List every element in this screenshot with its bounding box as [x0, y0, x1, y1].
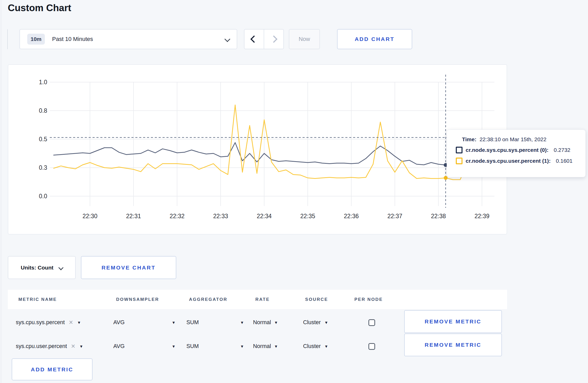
chevron-down-icon [225, 36, 230, 42]
svg-text:22:36: 22:36 [344, 213, 359, 219]
svg-text:22:39: 22:39 [474, 213, 489, 219]
svg-text:22:33: 22:33 [213, 213, 228, 219]
add-metric-button[interactable]: ADD METRIC [12, 358, 93, 380]
now-button[interactable]: Now [289, 29, 320, 49]
per-node-checkbox[interactable] [368, 343, 375, 350]
col-rate: RATE [255, 297, 270, 302]
aggregator-value: SUM [186, 319, 199, 326]
svg-text:22:38: 22:38 [431, 213, 446, 219]
svg-text:22:31: 22:31 [126, 213, 141, 219]
time-nav-arrows [244, 29, 284, 49]
aggregator-value: SUM [186, 343, 199, 350]
metrics-table-header: METRIC NAME DOWNSAMPLER AGGREGATOR RATE … [8, 290, 507, 309]
downsampler-value: AVG [113, 319, 125, 326]
next-time-button[interactable] [264, 30, 283, 49]
time-range-label: Past 10 Minutes [52, 36, 93, 42]
aggregator-select[interactable]: SUM ▼ [186, 311, 244, 334]
caret-down-icon: ▼ [274, 344, 278, 349]
downsampler-select[interactable]: AVG ▼ [113, 335, 176, 358]
svg-text:22:30: 22:30 [82, 213, 97, 219]
remove-metric-button[interactable]: REMOVE METRIC [404, 334, 502, 356]
add-chart-button[interactable]: ADD CHART [337, 29, 412, 49]
col-source: SOURCE [305, 297, 328, 302]
source-select[interactable]: Cluster ▼ [303, 335, 328, 358]
chevron-right-icon [270, 36, 277, 43]
series-sys-legend-icon [456, 147, 463, 153]
chevron-down-icon [58, 265, 64, 270]
metric-dropdown-caret-icon[interactable]: ▼ [77, 320, 81, 325]
toolbar-divider [7, 29, 8, 49]
tooltip-time-value: 22:38:10 on Mar 15th, 2022 [480, 136, 547, 143]
clear-metric-icon[interactable]: × [71, 343, 75, 350]
col-aggregator: AGGREGATOR [189, 297, 227, 302]
tooltip-series-sys-label: cr.node.sys.cpu.sys.percent (0): [466, 147, 549, 153]
source-select[interactable]: Cluster ▼ [303, 311, 328, 334]
remove-metric-button[interactable]: REMOVE METRIC [404, 310, 502, 333]
aggregator-select[interactable]: SUM ▼ [186, 335, 244, 358]
chart-panel: 0.00.30.50.81.022:3022:3122:3222:3322:34… [8, 64, 507, 235]
source-value: Cluster [303, 343, 321, 350]
clear-metric-icon[interactable]: × [69, 319, 73, 326]
col-downsampler: DOWNSAMPLER [116, 297, 159, 302]
per-node-checkbox[interactable] [368, 319, 375, 326]
col-metric-name: METRIC NAME [18, 297, 57, 302]
metric-name: sys.cpu.user.percent [16, 343, 67, 350]
units-label: Units: Count [21, 265, 53, 271]
time-range-badge: 10m [27, 34, 45, 45]
svg-text:0.5: 0.5 [39, 136, 47, 143]
remove-chart-button[interactable]: REMOVE CHART [81, 256, 176, 279]
tooltip-series-user-value: 0.1601 [556, 158, 572, 164]
col-per-node: PER NODE [354, 297, 383, 302]
svg-text:22:37: 22:37 [387, 213, 402, 219]
caret-down-icon: ▼ [324, 344, 328, 349]
chart-tooltip: Time: 22:38:10 on Mar 15th, 2022 cr.node… [447, 130, 586, 177]
time-range-select[interactable]: 10m Past 10 Minutes [19, 29, 237, 49]
units-select[interactable]: Units: Count [8, 256, 76, 279]
svg-text:0.0: 0.0 [39, 193, 47, 200]
metric-dropdown-caret-icon[interactable]: ▼ [79, 344, 83, 349]
page-left-border [1, 0, 1, 383]
series-user-legend-icon [456, 158, 463, 164]
tooltip-time-label: Time: [462, 136, 477, 143]
rate-value: Normal [253, 343, 271, 350]
downsampler-select[interactable]: AVG ▼ [113, 311, 176, 334]
rate-value: Normal [253, 319, 271, 326]
tooltip-series-sys-value: 0.2732 [554, 147, 570, 153]
caret-down-icon: ▼ [240, 320, 244, 325]
svg-text:22:35: 22:35 [300, 213, 315, 219]
metric-name: sys.cpu.sys.percent [16, 319, 65, 326]
timeseries-chart[interactable]: 0.00.30.50.81.022:3022:3122:3222:3322:34… [8, 65, 507, 234]
source-value: Cluster [303, 319, 321, 326]
rate-select[interactable]: Normal ▼ [253, 311, 278, 334]
caret-down-icon: ▼ [240, 344, 244, 349]
caret-down-icon: ▼ [172, 320, 176, 325]
svg-text:22:34: 22:34 [257, 213, 272, 219]
rate-select[interactable]: Normal ▼ [253, 335, 278, 358]
chevron-left-icon [250, 36, 258, 43]
page-title: Custom Chart [8, 3, 71, 13]
svg-text:0.8: 0.8 [39, 107, 47, 114]
svg-text:1.0: 1.0 [39, 79, 47, 86]
caret-down-icon: ▼ [324, 320, 328, 325]
caret-down-icon: ▼ [172, 344, 176, 349]
prev-time-button[interactable] [244, 30, 264, 49]
downsampler-value: AVG [113, 343, 125, 350]
svg-text:22:32: 22:32 [170, 213, 185, 219]
caret-down-icon: ▼ [274, 320, 278, 325]
tooltip-series-user-label: cr.node.sys.cpu.user.percent (1): [466, 158, 551, 164]
svg-text:0.3: 0.3 [39, 164, 47, 171]
